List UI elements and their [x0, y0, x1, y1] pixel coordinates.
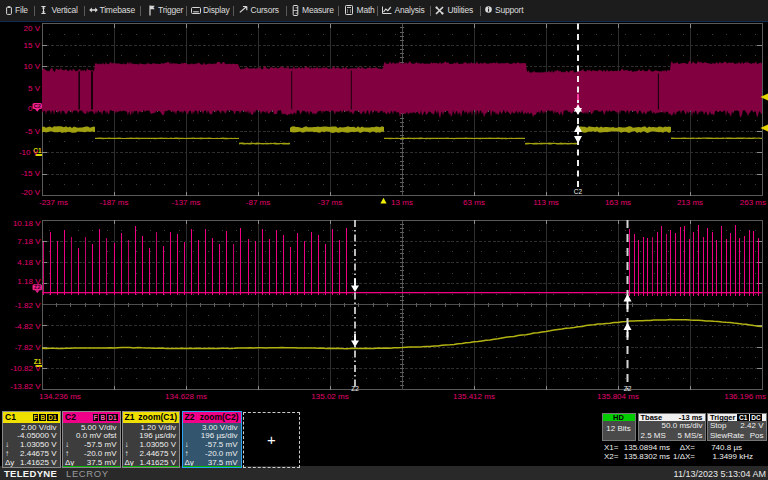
svg-text:-87 ms: -87 ms [246, 198, 270, 207]
svg-text:5 V: 5 V [28, 84, 41, 93]
svg-text:-15 V: -15 V [21, 169, 41, 178]
svg-text:-137 ms: -137 ms [172, 198, 201, 207]
svg-text:Z2: Z2 [624, 385, 632, 392]
svg-text:-7.82 V: -7.82 V [15, 343, 41, 352]
svg-text:15 V: 15 V [24, 41, 41, 50]
svg-text:10 V: 10 V [24, 62, 41, 71]
svg-text:213 ms: 213 ms [677, 198, 703, 207]
svg-text:C2: C2 [574, 188, 583, 195]
svg-text:10.18 V: 10.18 V [13, 219, 41, 228]
svg-text:0: 0 [28, 104, 33, 113]
svg-text:-13.82 V: -13.82 V [10, 382, 41, 391]
svg-text:7.18 V: 7.18 V [17, 237, 41, 246]
svg-text:63 ms: 63 ms [463, 198, 485, 207]
svg-text:20 V: 20 V [24, 24, 41, 33]
svg-text:135.412 ms: 135.412 ms [453, 392, 495, 401]
svg-text:113 ms: 113 ms [533, 198, 559, 207]
svg-text:135.02 ms: 135.02 ms [311, 392, 348, 401]
svg-text:-10 V: -10 V [19, 148, 39, 157]
svg-text:Z2: Z2 [351, 385, 359, 392]
svg-text:-5 V: -5 V [25, 127, 40, 136]
svg-text:-10.82 V: -10.82 V [10, 364, 41, 373]
svg-text:-4.82 V: -4.82 V [15, 322, 41, 331]
svg-text:136.196 ms: 136.196 ms [724, 392, 766, 401]
svg-text:-187 ms: -187 ms [100, 198, 129, 207]
svg-text:4.18 V: 4.18 V [17, 258, 41, 267]
svg-text:C2: C2 [34, 103, 41, 109]
svg-text:263 ms: 263 ms [740, 198, 766, 207]
svg-text:-237 ms: -237 ms [39, 198, 68, 207]
svg-text:-20 V: -20 V [21, 188, 41, 197]
svg-text:13 ms: 13 ms [391, 198, 413, 207]
svg-text:135.804 ms: 135.804 ms [597, 392, 639, 401]
svg-text:-37 ms: -37 ms [318, 198, 342, 207]
svg-text:134.236 ms: 134.236 ms [39, 392, 81, 401]
svg-text:134.628 ms: 134.628 ms [165, 392, 207, 401]
svg-text:1.18 V: 1.18 V [17, 277, 41, 286]
svg-text:-1.82 V: -1.82 V [15, 301, 41, 310]
svg-text:163 ms: 163 ms [605, 198, 631, 207]
